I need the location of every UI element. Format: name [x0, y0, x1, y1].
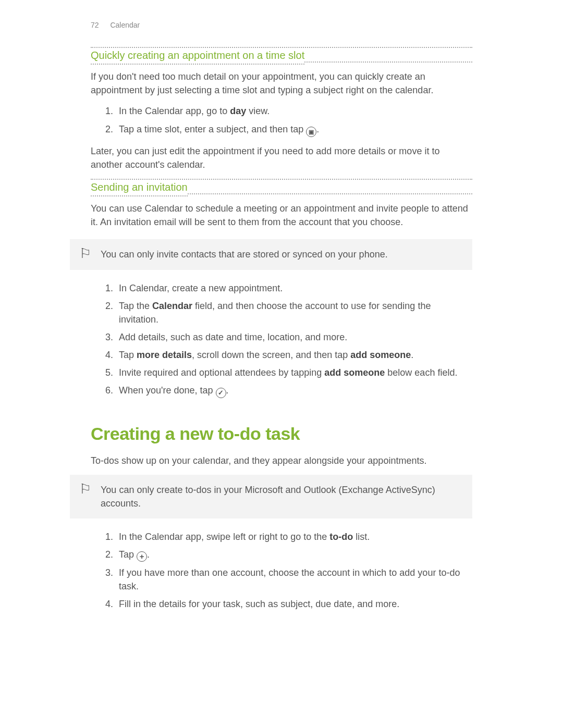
running-header: 72 Calendar	[91, 20, 472, 30]
subsection-header: Sending an invitation	[91, 180, 472, 196]
list-item: Tap the Calendar field, and then choose …	[116, 299, 472, 326]
section-title: Creating a new to-do task	[91, 421, 472, 447]
list-item: If you have more than one account, choos…	[116, 566, 472, 593]
subsection-header: Quickly creating an appointment on a tim…	[91, 48, 472, 65]
subsection-title: Quickly creating an appointment on a tim…	[91, 48, 304, 65]
list-item: In the Calendar app, swipe left or right…	[116, 530, 472, 544]
ordered-list: In the Calendar app, go to day view. Tap…	[91, 104, 472, 137]
flag-icon: ⚐	[79, 246, 91, 260]
ordered-list: In Calendar, create a new appointment. T…	[91, 281, 472, 398]
body-text: Later, you can just edit the appointment…	[91, 144, 472, 171]
list-item: Fill in the details for your task, such …	[116, 597, 472, 611]
note-callout: ⚐ You can only invite contacts that are …	[70, 239, 472, 269]
list-item: In the Calendar app, go to day view.	[116, 104, 472, 118]
page-number: 72	[91, 21, 99, 29]
flag-icon: ⚐	[79, 482, 91, 496]
note-callout: ⚐ You can only create to-dos in your Mic…	[70, 475, 472, 519]
plus-icon	[137, 551, 147, 562]
body-text: To-dos show up on your calendar, and the…	[91, 454, 472, 467]
check-icon	[216, 388, 226, 398]
list-item: In Calendar, create a new appointment.	[116, 281, 472, 295]
list-item: Add details, such as date and time, loca…	[116, 330, 472, 344]
note-text: You can only invite contacts that are st…	[101, 248, 466, 261]
list-item: When you're done, tap .	[116, 384, 472, 398]
chapter-name: Calendar	[110, 21, 140, 29]
note-text: You can only create to-dos in your Micro…	[101, 483, 466, 510]
list-item: Invite required and optional attendees b…	[116, 366, 472, 379]
body-text: If you don't need too much detail on you…	[91, 70, 472, 97]
body-text: You can use Calendar to schedule a meeti…	[91, 202, 472, 229]
list-item: Tap .	[116, 548, 472, 562]
save-icon	[306, 127, 316, 137]
list-item: Tap more details, scroll down the screen…	[116, 348, 472, 362]
subsection-title: Sending an invitation	[91, 180, 188, 196]
page: 72 Calendar Quickly creating an appointm…	[0, 0, 563, 728]
ordered-list: In the Calendar app, swipe left or right…	[91, 530, 472, 611]
list-item: Tap a time slot, enter a subject, and th…	[116, 122, 472, 138]
